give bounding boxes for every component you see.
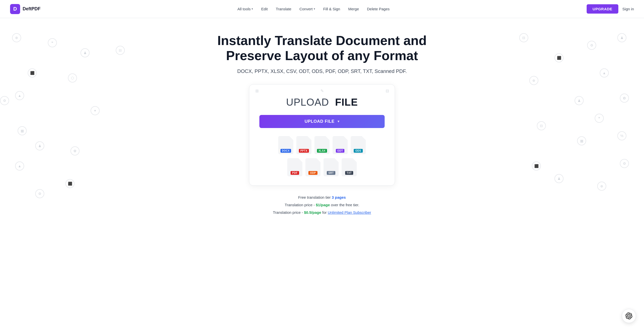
- nav-right: UPGRADE Sign in: [587, 4, 634, 14]
- nav-fill-sign[interactable]: Fill & Sign: [323, 7, 340, 11]
- file-icon-xlsx: XLSX: [314, 136, 330, 154]
- nav-merge[interactable]: Merge: [348, 7, 359, 11]
- file-formats-row-1: DOCXPPTXXLSXODTODS: [278, 136, 366, 154]
- nav-convert[interactable]: Convert ▾: [299, 7, 315, 11]
- corner-icon-pencil: ✎: [318, 88, 326, 95]
- unlimited-plan-link[interactable]: Unlimited Plan Subscriber: [328, 210, 371, 215]
- nav-delete-pages[interactable]: Delete Pages: [367, 7, 390, 11]
- nav-translate[interactable]: Translate: [276, 7, 291, 11]
- upload-card-title: UPLOAD FILE: [286, 97, 358, 108]
- logo-text: DeftPDF: [23, 6, 41, 12]
- nav-links: All tools ▾ Edit Translate Convert ▾ Fil…: [237, 7, 390, 11]
- pricing-line-3: Translation price - $0.5/page for Unlimi…: [273, 209, 371, 216]
- file-icon-odt: ODT: [333, 136, 348, 154]
- file-icon-txt: TXT: [342, 158, 357, 176]
- card-corner-icons: ⊞ ✎ ⊟: [249, 88, 395, 95]
- chevron-down-icon: ▾: [252, 7, 253, 11]
- chevron-down-icon: ▾: [314, 7, 315, 11]
- file-formats-row-2: PDFODPSRTTXT: [287, 158, 357, 176]
- ai-chat-icon: [625, 312, 632, 319]
- nav-all-tools[interactable]: All tools ▾: [237, 7, 253, 11]
- file-formats-grid: DOCXPPTXXLSXODTODS PDFODPSRTTXT: [259, 136, 385, 176]
- file-icon-srt: SRT: [324, 158, 339, 176]
- file-icon-odp: ODP: [305, 158, 320, 176]
- nav-edit[interactable]: Edit: [261, 7, 268, 11]
- pricing-info: Free translation tier 3 pages Translatio…: [273, 194, 371, 216]
- upload-file-button[interactable]: UPLOAD FILE ▾: [259, 115, 385, 128]
- main-content: ⊕ ❝ ♟ ⬛ ▲ ⬡ ⊟ ⚙ ▦ ✦ ♟ ✿ ▲ ⬛ ⚙ ⊟ ⚙ ♟ ⬛ ▲ …: [0, 18, 644, 331]
- upgrade-button[interactable]: UPGRADE: [587, 4, 619, 14]
- upload-card: ⊞ ✎ ⊟ UPLOAD FILE UPLOAD FILE ▾ DOCXPPTX…: [249, 84, 395, 186]
- pricing-line-1: Free translation tier 3 pages: [273, 194, 371, 201]
- corner-icon-bookmark: ⊟: [384, 88, 391, 95]
- file-icon-pptx: PPTX: [296, 136, 311, 154]
- hero-title: Instantly Translate Document and Preserv…: [209, 33, 435, 63]
- logo[interactable]: D DeftPDF: [10, 4, 41, 14]
- hero-section: Instantly Translate Document and Preserv…: [0, 18, 644, 216]
- ai-chat-button[interactable]: [622, 309, 636, 323]
- hero-subtitle: DOCX, PPTX, XLSX, CSV, ODT, ODS, PDF, OD…: [237, 68, 407, 74]
- file-icon-pdf: PDF: [287, 158, 302, 176]
- file-icon-docx: DOCX: [278, 136, 293, 154]
- navbar: D DeftPDF All tools ▾ Edit Translate Con…: [0, 0, 644, 18]
- chevron-down-icon: ▾: [338, 119, 340, 123]
- file-icon-ods: ODS: [351, 136, 366, 154]
- signin-button[interactable]: Sign in: [622, 7, 634, 11]
- pricing-line-2: Translation price - $1/page over the fre…: [273, 201, 371, 209]
- corner-icon-grid: ⊞: [253, 88, 260, 95]
- logo-icon: D: [10, 4, 20, 14]
